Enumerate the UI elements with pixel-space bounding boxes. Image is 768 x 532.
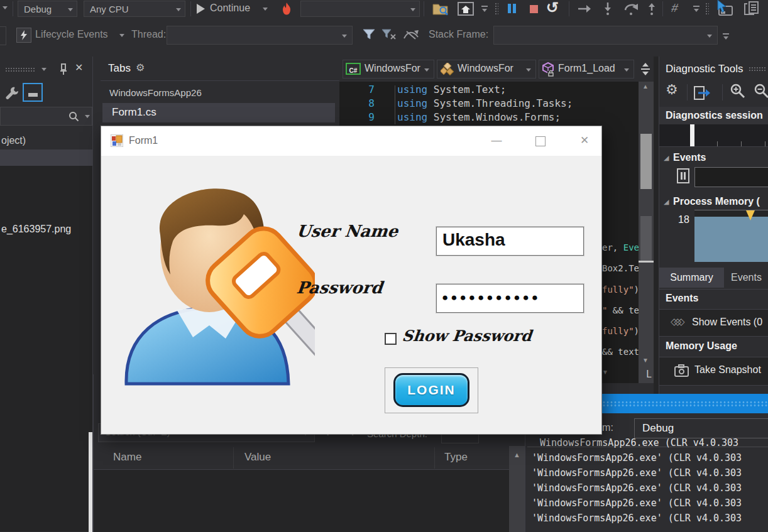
- session-timeline[interactable]: [659, 124, 768, 147]
- diagnostics-session-bar: Diagnostics session: [659, 107, 768, 124]
- output-source-combo[interactable]: Debug: [634, 418, 768, 438]
- close-icon[interactable]: ✕: [75, 62, 83, 73]
- step-out-icon[interactable]: [647, 3, 656, 16]
- username-label: User Name: [295, 222, 398, 241]
- thread-combo[interactable]: [167, 26, 353, 45]
- zoom-in-icon[interactable]: [730, 83, 746, 99]
- wrench-icon[interactable]: [5, 85, 19, 99]
- gear-icon[interactable]: ⚙: [136, 62, 145, 73]
- expander-icon[interactable]: ◢: [664, 198, 669, 206]
- panel-splitter[interactable]: [654, 57, 659, 394]
- panel-drag-handle[interactable]: [749, 67, 766, 71]
- solution-configuration-value: Debug: [24, 4, 52, 14]
- chevron-down-icon: [424, 68, 429, 72]
- show-next-statement-icon[interactable]: [578, 4, 591, 13]
- zoom-out-icon[interactable]: [754, 83, 768, 99]
- show-events-link[interactable]: Show Events (0: [692, 317, 762, 328]
- image-filename-value[interactable]: e_6163957.png: [1, 224, 71, 235]
- column-divider[interactable]: [434, 447, 435, 469]
- break-all-icon[interactable]: [508, 4, 511, 13]
- minimize-button[interactable]: —: [487, 130, 506, 151]
- login-button[interactable]: LOGIN: [385, 367, 478, 413]
- tab-summary[interactable]: Summary: [659, 268, 724, 288]
- toolbar-grip-handle[interactable]: [705, 3, 709, 15]
- lifecycle-events-icon[interactable]: [16, 28, 31, 43]
- timeline-current-marker[interactable]: [690, 124, 694, 146]
- tab-form1cs[interactable]: Form1.cs: [102, 103, 335, 122]
- solution-configuration-combo[interactable]: Debug: [18, 1, 77, 17]
- filter-clear-icon[interactable]: [381, 29, 397, 41]
- take-snapshot-link[interactable]: Take Snapshot: [694, 364, 761, 376]
- nav-members-combo[interactable]: WindowsFor: [437, 60, 536, 79]
- nav-members-value: WindowsFor: [458, 63, 513, 74]
- flame-icon[interactable]: [281, 2, 292, 16]
- continue-play-icon[interactable]: [197, 4, 205, 14]
- watch-header-row: Name Value Type: [94, 446, 525, 470]
- toolbar-grip-handle[interactable]: [495, 3, 498, 15]
- tab-events[interactable]: Events: [724, 268, 768, 288]
- step-over-icon[interactable]: [624, 3, 639, 16]
- username-value: Ukasha: [442, 230, 505, 250]
- restart-icon[interactable]: ↺: [546, 0, 559, 16]
- panel-drag-handle[interactable]: [5, 67, 35, 72]
- code-line: using System.Windows.Forms;: [397, 111, 561, 123]
- solution-platform-value: Any CPU: [90, 4, 129, 14]
- form1-window[interactable]: Form1 — ✕: [101, 126, 602, 435]
- solution-platform-combo[interactable]: Any CPU: [84, 1, 185, 17]
- form1-titlebar[interactable]: Form1 — ✕: [101, 126, 601, 156]
- code-line: using System.Text;: [397, 84, 506, 95]
- show-events-row[interactable]: ◇◇◇ Show Events (0: [659, 310, 768, 336]
- column-divider[interactable]: [233, 447, 234, 469]
- scroll-up-icon[interactable]: ▲: [642, 83, 649, 90]
- filter-threads-icon[interactable]: [363, 29, 375, 41]
- panel-menu-chevron[interactable]: [41, 68, 47, 71]
- show-password-label[interactable]: Show Password: [401, 327, 532, 345]
- break-all-icon[interactable]: [513, 4, 516, 13]
- flagged-threads-icon[interactable]: [403, 29, 419, 41]
- scroll-down-icon[interactable]: ▼: [642, 357, 649, 364]
- toolbar-empty-combo[interactable]: [300, 1, 420, 17]
- maximize-button[interactable]: [535, 136, 546, 146]
- toolbar-left-chevron-icon[interactable]: [3, 6, 8, 9]
- editor-vertical-scrollbar[interactable]: ▲ ▼: [639, 82, 654, 383]
- watch-scrollbar[interactable]: ▲: [509, 446, 525, 532]
- stack-frame-combo[interactable]: [493, 26, 718, 45]
- show-password-checkbox[interactable]: [385, 333, 397, 345]
- events-section-header[interactable]: Events: [673, 152, 706, 163]
- properties-search-box[interactable]: [0, 107, 92, 126]
- home-icon[interactable]: [458, 1, 474, 16]
- events-tool-button-selected[interactable]: [23, 83, 43, 102]
- nav-types-combo[interactable]: C# WindowsFor: [343, 60, 434, 79]
- process-memory-section-header[interactable]: Process Memory (: [673, 196, 760, 207]
- object-selector-clipped-text[interactable]: oject): [1, 135, 26, 146]
- lifecycle-events-chevron[interactable]: [119, 34, 124, 37]
- editor-corner-triangle: ▼: [602, 369, 608, 376]
- close-button[interactable]: ✕: [575, 130, 594, 151]
- password-field[interactable]: ●●●●●●●●●●●: [436, 284, 584, 313]
- split-editor-button[interactable]: [637, 57, 654, 82]
- username-field[interactable]: Ukasha: [436, 227, 584, 256]
- step-into-icon[interactable]: [603, 3, 612, 16]
- scroll-up-icon[interactable]: ▲: [513, 451, 520, 459]
- document-outline-icon[interactable]: [744, 1, 759, 16]
- class-icon: [441, 63, 454, 76]
- search-options-chevron[interactable]: [85, 115, 90, 118]
- nav-methods-combo[interactable]: Form1_Load: [539, 60, 634, 79]
- continue-dropdown-chevron[interactable]: [263, 8, 268, 11]
- stop-debugging-icon[interactable]: [530, 5, 538, 13]
- chevron-down-icon: [624, 68, 629, 72]
- events-tool-glyph: [28, 93, 38, 97]
- pin-icon[interactable]: [59, 63, 68, 75]
- gear-icon[interactable]: ⚙: [666, 82, 678, 98]
- hex-display-icon[interactable]: #: [670, 1, 679, 15]
- expander-icon[interactable]: ◢: [664, 154, 669, 162]
- form1-window-title: Form1: [129, 135, 158, 146]
- take-snapshot-row[interactable]: Take Snapshot: [659, 357, 768, 386]
- continue-button[interactable]: Continue: [210, 3, 250, 14]
- watch-content-area[interactable]: [94, 470, 525, 532]
- scrollbar-thumb[interactable]: [640, 134, 652, 189]
- selected-property-row[interactable]: [0, 149, 92, 166]
- find-in-files-icon[interactable]: [432, 2, 449, 16]
- export-icon[interactable]: [693, 85, 711, 100]
- lifecycle-events-label[interactable]: Lifecycle Events: [35, 29, 108, 40]
